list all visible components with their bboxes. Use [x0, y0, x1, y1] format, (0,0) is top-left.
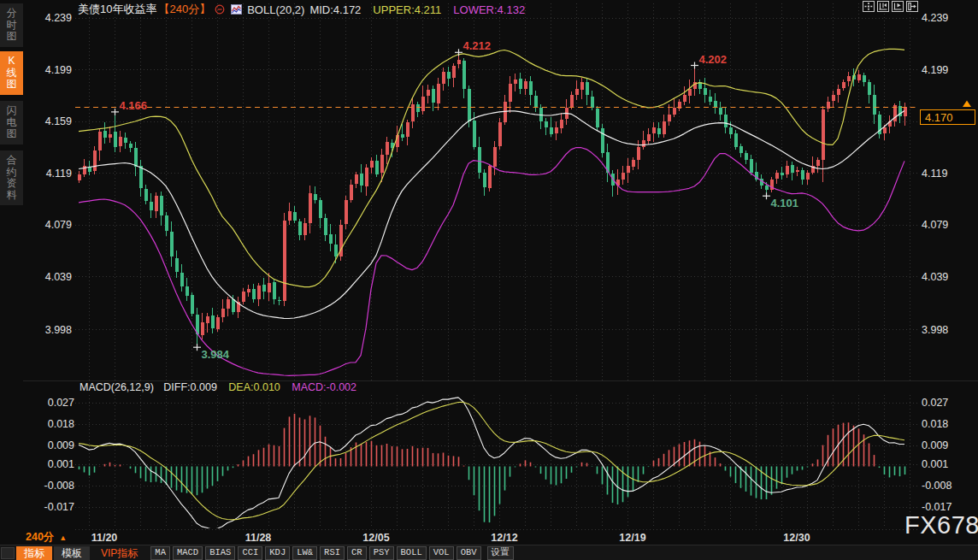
footer-tab-2[interactable]: 模板 [54, 546, 90, 560]
svg-text:4.239: 4.239 [922, 12, 948, 24]
svg-text:4.159: 4.159 [45, 115, 72, 127]
footer-corner-icon [1, 547, 15, 559]
period-tag: 【240分】 [158, 2, 210, 17]
boll-upper-line [79, 49, 904, 286]
svg-text:12/19: 12/19 [619, 532, 645, 544]
svg-text:4.039: 4.039 [922, 271, 948, 283]
crosshair-tool-icon[interactable] [863, 1, 875, 12]
sidebar-tab-char: 资 [0, 178, 23, 190]
svg-text:4.202: 4.202 [699, 53, 728, 66]
instrument-title: 美债10年收益率 [78, 2, 156, 17]
svg-text:4.166: 4.166 [120, 99, 148, 112]
chevron-up-icon: ▲ [59, 533, 67, 542]
svg-text:0.001: 0.001 [922, 458, 948, 470]
svg-text:-0.008: -0.008 [44, 480, 74, 492]
svg-text:0.018: 0.018 [48, 418, 74, 430]
sidebar-tab-char: 图 [0, 79, 23, 91]
period-label: 240分 [26, 531, 54, 543]
indicator-button-lw[interactable]: LW& [292, 546, 317, 560]
footer-tab-1[interactable]: 指标 [16, 546, 52, 560]
svg-text:4.079: 4.079 [45, 219, 72, 231]
svg-text:4.119: 4.119 [46, 168, 72, 180]
sidebar-tab-char: 图 [0, 128, 23, 140]
collapse-indicator-icon[interactable] [215, 4, 225, 15]
indicator-button-kdj[interactable]: KDJ [265, 546, 290, 560]
boll-lower-value: LOWER:4.132 [453, 3, 525, 16]
boll-label: BOLL(20,2) [247, 3, 304, 16]
svg-text:-0.008: -0.008 [922, 480, 951, 492]
goto-latest-icon[interactable] [906, 1, 918, 12]
sidebar-tab-char: K [0, 56, 23, 68]
settings-button[interactable]: 设置 [487, 546, 514, 560]
sidebar-tab-2[interactable]: K线图 [0, 51, 23, 95]
svg-text:4.039: 4.039 [45, 271, 72, 283]
sidebar-tab-char: 闪 [0, 105, 23, 117]
sidebar-tab-char: 约 [0, 167, 23, 179]
date-axis-labels: 11/2011/2812/0512/1212/1912/30 [91, 532, 810, 544]
svg-text:3.984: 3.984 [202, 348, 230, 361]
sidebar-tab-char: 图 [0, 31, 23, 43]
sidebar-tab-1[interactable]: 分时图 [0, 3, 23, 47]
kline-chart-area[interactable]: 4.1664.2124.2023.9844.1014.2394.2394.199… [0, 0, 978, 560]
sidebar-tab-char: 时 [0, 20, 23, 32]
svg-text:4.170: 4.170 [925, 111, 953, 124]
svg-text:-0.017: -0.017 [44, 501, 74, 513]
indicator-button-obv[interactable]: OBV [457, 546, 481, 560]
svg-text:0.009: 0.009 [48, 439, 74, 451]
indicator-button-rsi[interactable]: RSI [320, 546, 345, 560]
indicator-toolbar: 指标模板VIP指标MAMACDBIASCCIKDJLW&RSICRPSYBOLL… [0, 545, 978, 560]
price-axis-labels: 4.2394.2394.1994.1994.1594.1594.1194.119… [44, 12, 952, 513]
sidebar-tab-3[interactable]: 闪电图 [0, 101, 23, 144]
svg-text:12/12: 12/12 [491, 532, 517, 544]
macd-macd-value: MACD:-0.002 [292, 381, 356, 393]
indicator-button-ma[interactable]: MA [150, 546, 170, 560]
grid-layer [75, 3, 918, 530]
indicator-button-cci[interactable]: CCI [238, 546, 262, 560]
indicator-button-vol[interactable]: VOL [429, 546, 454, 560]
svg-text:0.027: 0.027 [922, 397, 948, 409]
svg-text:3.998: 3.998 [45, 324, 72, 336]
boll-lower-line [79, 148, 904, 376]
svg-text:11/28: 11/28 [245, 532, 272, 544]
boll-upper-value: UPPER:4.211 [373, 3, 441, 16]
svg-text:12/05: 12/05 [362, 532, 389, 544]
macd-header: MACD(26,12,9) DIFF:0.009 DEA:0.010 MACD:… [80, 381, 356, 393]
chart-type-sidebar: 分时图K线图闪电图合约资料 [0, 0, 23, 560]
sidebar-tab-4[interactable]: 合约资料 [0, 150, 23, 205]
indicator-button-bias[interactable]: BIAS [205, 546, 235, 560]
macd-dea-line [79, 402, 904, 520]
footer-tab-3[interactable]: VIP指标 [93, 546, 145, 560]
sidebar-tab-char: 分 [0, 8, 23, 20]
expand-x-axis-icon[interactable] [892, 1, 904, 12]
indicator-button-psy[interactable]: PSY [369, 546, 394, 560]
chart-svg: 4.1664.2124.2023.9844.1014.2394.2394.199… [0, 0, 978, 560]
line-chart-icon[interactable] [231, 4, 242, 15]
svg-text:0.027: 0.027 [48, 397, 74, 409]
trading-terminal-window: 4.1664.2124.2023.9844.1014.2394.2394.199… [0, 0, 978, 560]
indicator-button-cr[interactable]: CR [347, 546, 367, 560]
macd-dif-line [79, 398, 904, 529]
macd-dif-value: DIFF:0.009 [163, 381, 217, 393]
chart-header: 美债10年收益率 【240分】 BOLL(20,2) MID:4.172 UPP… [78, 3, 525, 16]
svg-text:4.101: 4.101 [771, 197, 799, 209]
svg-text:0.001: 0.001 [48, 458, 74, 470]
indicator-button-boll[interactable]: BOLL [397, 546, 427, 560]
sidebar-tab-char: 料 [0, 190, 23, 202]
svg-text:4.239: 4.239 [45, 12, 72, 24]
current-price-tag: 4.170 [921, 101, 975, 125]
svg-text:4.212: 4.212 [463, 39, 492, 52]
compress-x-axis-icon[interactable] [877, 1, 889, 12]
sidebar-tab-char: 线 [0, 68, 23, 80]
svg-text:4.079: 4.079 [922, 219, 948, 231]
svg-text:11/20: 11/20 [91, 532, 118, 544]
period-selector[interactable]: 240分▲ [26, 530, 67, 545]
macd-title: MACD(26,12,9) [80, 381, 154, 393]
svg-text:4.199: 4.199 [922, 64, 948, 76]
svg-text:12/30: 12/30 [783, 532, 810, 544]
chart-toolbar [863, 1, 918, 12]
svg-text:3.998: 3.998 [922, 324, 948, 336]
boll-mid-value: MID:4.172 [309, 3, 361, 16]
indicator-button-macd[interactable]: MACD [173, 546, 203, 560]
boll-mid-line [79, 110, 904, 318]
svg-text:0.009: 0.009 [922, 439, 948, 451]
